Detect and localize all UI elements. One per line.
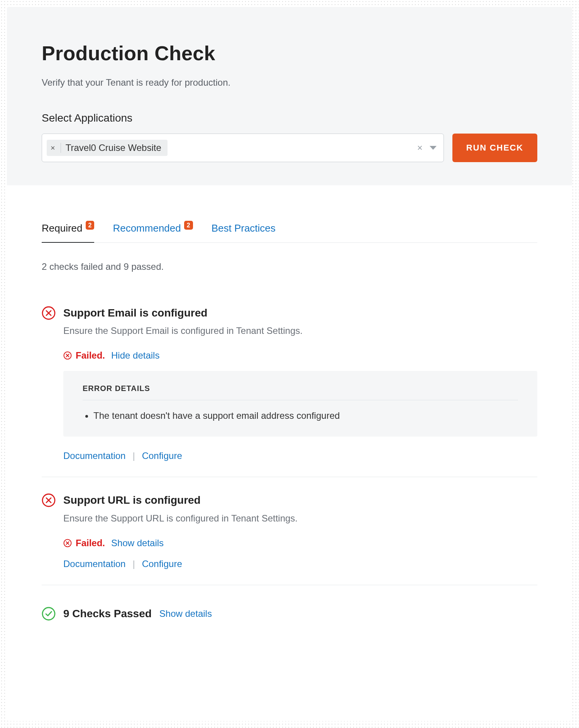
tab-best-practices[interactable]: Best Practices [212, 222, 276, 242]
show-details-link[interactable]: Show details [159, 608, 212, 619]
tab-recommended-label: Recommended [113, 222, 181, 234]
documentation-link[interactable]: Documentation [63, 559, 125, 569]
checks-passed-title: 9 Checks Passed [63, 608, 152, 620]
error-detail-item: The tenant doesn't have a support email … [93, 410, 518, 421]
documentation-link[interactable]: Documentation [63, 450, 125, 461]
application-chip-label: Travel0 Cruise Website [66, 142, 161, 153]
remove-chip-icon[interactable]: × [51, 144, 55, 152]
tab-required-label: Required [42, 222, 83, 234]
tab-required-badge: 2 [86, 221, 95, 230]
check-support-url: Support URL is configured Ensure the Sup… [42, 493, 537, 585]
tab-best-practices-label: Best Practices [212, 222, 276, 234]
summary-text: 2 checks failed and 9 passed. [42, 261, 537, 272]
show-details-link[interactable]: Show details [111, 538, 164, 549]
tab-required[interactable]: Required 2 [42, 222, 94, 243]
error-details-box: ERROR DETAILS The tenant doesn't have a … [63, 371, 537, 437]
chevron-down-icon[interactable] [430, 146, 437, 150]
checks-passed-row: 9 Checks Passed Show details [42, 607, 537, 621]
applications-select[interactable]: × Travel0 Cruise Website × [42, 134, 444, 162]
check-support-email: Support Email is configured Ensure the S… [42, 306, 537, 477]
results-section: Required 2 Recommended 2 Best Practices … [7, 185, 572, 655]
action-divider: | [132, 559, 135, 569]
action-divider: | [132, 450, 135, 461]
configure-link[interactable]: Configure [142, 559, 182, 569]
clear-all-icon[interactable]: × [417, 143, 423, 152]
page-subtitle: Verify that your Tenant is ready for pro… [42, 77, 537, 88]
hide-details-link[interactable]: Hide details [111, 350, 159, 361]
tabs: Required 2 Recommended 2 Best Practices [42, 222, 537, 243]
error-details-heading: ERROR DETAILS [83, 384, 518, 400]
failed-icon [42, 493, 56, 507]
application-chip: × Travel0 Cruise Website [47, 140, 168, 156]
tab-recommended-badge: 2 [184, 221, 193, 230]
select-applications-label: Select Applications [42, 112, 537, 124]
configure-link[interactable]: Configure [142, 450, 182, 461]
check-title: Support URL is configured [63, 493, 201, 507]
status-failed-label: Failed. [76, 538, 105, 549]
run-check-button[interactable]: RUN CHECK [452, 134, 537, 162]
page-title: Production Check [42, 42, 537, 65]
svg-point-12 [42, 608, 55, 620]
failed-mini-icon [63, 351, 72, 360]
failed-mini-icon [63, 539, 72, 547]
failed-icon [42, 306, 56, 320]
header-section: Production Check Verify that your Tenant… [7, 7, 572, 185]
check-description: Ensure the Support Email is configured i… [63, 325, 537, 336]
chip-divider [61, 143, 61, 153]
tab-recommended[interactable]: Recommended 2 [113, 222, 193, 242]
success-icon [42, 607, 56, 621]
check-title: Support Email is configured [63, 306, 207, 320]
status-failed-label: Failed. [76, 350, 105, 361]
check-description: Ensure the Support URL is configured in … [63, 513, 537, 524]
